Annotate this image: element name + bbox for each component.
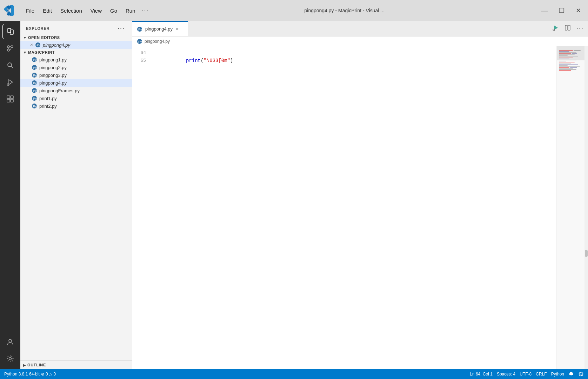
- file-item-pingpong1[interactable]: Py pingpong1.py: [20, 56, 132, 64]
- status-notifications-icon[interactable]: [568, 371, 574, 377]
- magicprint-arrow-icon: ▼: [23, 51, 27, 54]
- tab-spacer: [188, 21, 548, 36]
- tab-pingpong4[interactable]: Py pingpong4.py ✕: [132, 21, 188, 36]
- python-icon-1: Py: [32, 57, 37, 62]
- svg-marker-7: [9, 80, 13, 85]
- svg-rect-10: [11, 96, 13, 99]
- svg-point-5: [8, 63, 12, 67]
- run-debug-activity-icon[interactable]: [2, 74, 18, 90]
- outline-arrow-icon: ▶: [23, 363, 26, 367]
- status-right: Ln 64, Col 1 Spaces: 4 UTF-8 CRLF Python: [470, 371, 584, 377]
- string-escape: "\033[0m": [203, 58, 230, 64]
- window-controls: — ❐ ✕: [539, 5, 584, 16]
- open-editor-item-pingpong4[interactable]: ✕ Py pingpong4.py: [20, 41, 132, 49]
- file-item-print2[interactable]: Py print2.py: [20, 102, 132, 110]
- magicprint-header[interactable]: ▼ MAGICPRINT: [20, 49, 132, 56]
- svg-text:Py: Py: [36, 44, 40, 47]
- window-title: pingpong4.py - MagicPrint - Visual ...: [158, 8, 532, 13]
- status-remote-icon[interactable]: [578, 371, 584, 377]
- outline-header[interactable]: ▶ OUTLINE: [20, 361, 132, 369]
- menu-run[interactable]: Run: [122, 6, 139, 15]
- svg-rect-35: [565, 25, 567, 30]
- search-activity-icon[interactable]: [2, 58, 18, 73]
- filename-pingpongframes: pingpongFrames.py: [39, 88, 80, 93]
- file-item-print1[interactable]: Py print1.py: [20, 94, 132, 102]
- tab-python-icon: Py: [137, 26, 142, 32]
- breadcrumb-filename: pingpong4.py: [145, 39, 170, 44]
- filename-pingpong4: pingpong4.py: [39, 80, 67, 86]
- svg-rect-36: [568, 25, 570, 30]
- source-control-activity-icon[interactable]: [2, 41, 18, 56]
- svg-text:Py: Py: [33, 97, 37, 100]
- code-editor[interactable]: 64 65 print("\033[0m"): [132, 46, 588, 369]
- svg-point-13: [9, 339, 12, 342]
- line-numbers: 64 65: [132, 46, 149, 369]
- svg-text:Py: Py: [33, 81, 37, 85]
- sidebar-title: EXPLORER: [26, 26, 50, 31]
- title-bar: File Edit Selection View Go Run ··· ping…: [0, 0, 588, 21]
- paren-close: ): [230, 58, 233, 64]
- explorer-activity-icon[interactable]: [2, 24, 18, 39]
- split-editor-icon[interactable]: [563, 24, 572, 33]
- svg-line-6: [11, 66, 13, 68]
- vscode-logo-icon: [4, 5, 15, 16]
- minimap: [556, 46, 584, 369]
- main-layout: EXPLORER ··· ▼ OPEN EDITORS ✕ Py pingpon…: [0, 21, 588, 369]
- status-spaces[interactable]: Spaces: 4: [497, 372, 515, 377]
- close-button[interactable]: ✕: [573, 5, 584, 16]
- svg-rect-12: [11, 99, 13, 102]
- open-editors-header[interactable]: ▼ OPEN EDITORS: [20, 34, 132, 41]
- run-file-icon[interactable]: [551, 24, 560, 33]
- sidebar-more-icon[interactable]: ···: [116, 25, 126, 32]
- menu-bar: File Edit Selection View Go Run ···: [22, 6, 151, 15]
- svg-point-34: [553, 29, 555, 31]
- filename-pingpong2: pingpong2.py: [39, 65, 67, 70]
- file-item-pingpong4[interactable]: Py pingpong4.py: [20, 79, 132, 87]
- status-bar: Python 3.8.1 64-bit ⊗ 0 △ 0 Ln 64, Col 1…: [0, 369, 588, 379]
- file-item-pingpong3[interactable]: Py pingpong3.py: [20, 71, 132, 79]
- extensions-activity-icon[interactable]: [2, 91, 18, 107]
- line-number-65: 65: [132, 57, 146, 65]
- tab-close-icon[interactable]: ✕: [175, 27, 179, 32]
- settings-activity-icon[interactable]: [2, 351, 18, 366]
- minimap-content: [557, 46, 584, 74]
- minimize-button[interactable]: —: [539, 6, 550, 16]
- python-file-icon: Py: [35, 42, 41, 48]
- filename-print1: print1.py: [39, 96, 57, 101]
- status-errors-warnings[interactable]: ⊗ 0 △ 0: [41, 372, 56, 377]
- menu-go[interactable]: Go: [107, 6, 121, 15]
- svg-text:Py: Py: [138, 40, 142, 44]
- menu-edit[interactable]: Edit: [39, 6, 55, 15]
- close-editor-icon[interactable]: ✕: [29, 42, 33, 47]
- svg-marker-33: [554, 26, 558, 30]
- status-cursor-position[interactable]: Ln 64, Col 1: [470, 372, 493, 377]
- svg-point-4: [7, 49, 9, 51]
- menu-more[interactable]: ···: [140, 7, 151, 14]
- menu-view[interactable]: View: [87, 6, 105, 15]
- sidebar: EXPLORER ··· ▼ OPEN EDITORS ✕ Py pingpon…: [20, 21, 132, 369]
- menu-selection[interactable]: Selection: [57, 6, 86, 15]
- breadcrumb: Py pingpong4.py: [132, 36, 588, 46]
- keyword-print: print: [186, 58, 201, 64]
- activity-bar: [0, 21, 20, 369]
- filename-pingpong1: pingpong1.py: [39, 57, 67, 62]
- status-encoding[interactable]: UTF-8: [520, 372, 532, 377]
- accounts-activity-icon[interactable]: [2, 334, 18, 350]
- status-python-version[interactable]: Python 3.8.1 64-bit: [4, 372, 40, 377]
- status-line-ending[interactable]: CRLF: [536, 372, 547, 377]
- tab-bar: Py pingpong4.py ✕: [132, 21, 588, 36]
- filename-print2: print2.py: [39, 104, 57, 109]
- file-item-pingpongframes[interactable]: Py pingpongFrames.py: [20, 87, 132, 94]
- status-language[interactable]: Python: [551, 372, 564, 377]
- minimap-viewport: [557, 46, 584, 60]
- editor-area: Py pingpong4.py ✕: [132, 21, 588, 369]
- maximize-button[interactable]: ❐: [556, 5, 567, 16]
- editor-more-actions-icon[interactable]: ···: [575, 25, 585, 32]
- breadcrumb-python-icon: Py: [137, 39, 142, 44]
- python-icon-4: Py: [32, 80, 37, 86]
- svg-text:Py: Py: [33, 89, 37, 93]
- editor-scrollbar[interactable]: [584, 46, 588, 369]
- menu-file[interactable]: File: [22, 6, 38, 15]
- code-content[interactable]: print("\033[0m"): [149, 46, 556, 369]
- file-item-pingpong2[interactable]: Py pingpong2.py: [20, 64, 132, 71]
